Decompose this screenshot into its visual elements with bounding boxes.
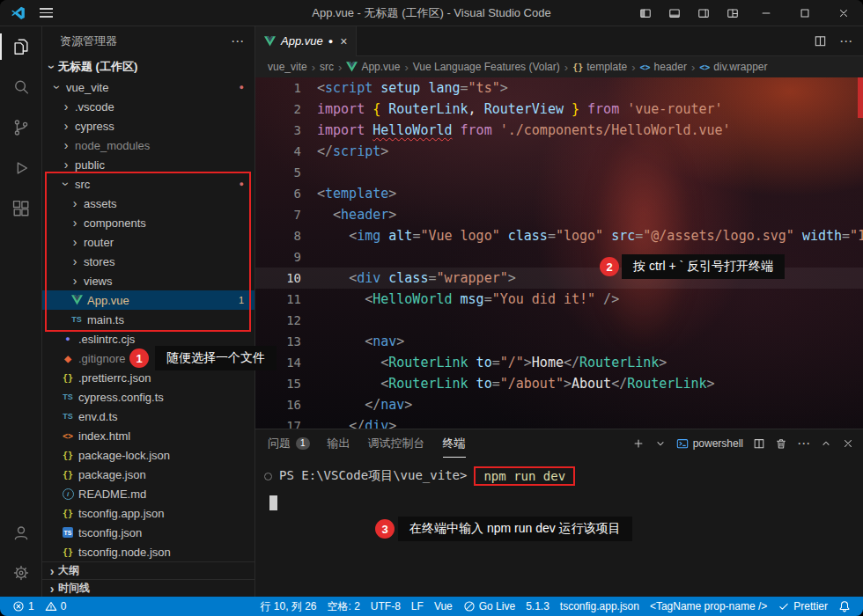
status-10-26[interactable]: 行 10, 列 26 [254, 599, 321, 614]
more-actions-icon[interactable]: ⋯ [231, 33, 244, 49]
tree-item-prettierrc-json[interactable]: {}.prettierrc.json [42, 368, 254, 387]
code-line-12[interactable]: 12 [255, 310, 863, 331]
chevron-down-button[interactable] [654, 437, 667, 450]
status-2[interactable]: 空格: 2 [322, 599, 365, 614]
tree-item-components[interactable]: ›components [42, 213, 254, 232]
breadcrumb-item-src[interactable]: src [320, 61, 334, 73]
code-line-11[interactable]: 11 <HelloWorld msg="You did it!" /> [255, 289, 863, 310]
code-line-13[interactable]: 13 <nav> [255, 331, 863, 352]
code-line-6[interactable]: 6<template> [255, 183, 863, 204]
code-editor[interactable]: 1<script setup lang="ts">2import { Route… [255, 77, 863, 429]
tree-item-cypress-config-ts[interactable]: TScypress.config.ts [42, 387, 254, 407]
tree-item-vue-vite[interactable]: ›vue_vite● [42, 77, 254, 97]
tree-item-public[interactable]: ›public [42, 155, 254, 174]
activity-account[interactable] [0, 512, 41, 553]
code-line-1[interactable]: 1<script setup lang="ts"> [255, 77, 863, 99]
close-tab-icon[interactable]: × [340, 34, 347, 48]
tree-item-env-d-ts[interactable]: TSenv.d.ts [42, 407, 254, 426]
activity-run-debug[interactable] [0, 148, 41, 188]
tree-item-app-vue[interactable]: App.vue1 [42, 290, 254, 310]
code-line-2[interactable]: 2import { RouterLink, RouterView } from … [255, 99, 863, 120]
status-utf-8[interactable]: UTF-8 [365, 599, 406, 614]
code-line-7[interactable]: 7 <header> [255, 204, 863, 225]
timeline-section[interactable]: › 时间线 [42, 579, 254, 597]
tab-app-vue[interactable]: App.vue ● × [255, 26, 357, 56]
status-vue[interactable]: Vue [429, 599, 458, 614]
status-label: LF [411, 600, 424, 612]
plus-button[interactable] [632, 437, 645, 450]
code-line-5[interactable]: 5 [255, 162, 863, 183]
activity-extensions[interactable] [0, 188, 41, 229]
tree-item-tsconfig-app-json[interactable]: {}tsconfig.app.json [42, 503, 254, 523]
panel-tab-item[interactable]: 输出 [328, 429, 350, 458]
code-line-17[interactable]: 17 </div> [255, 415, 863, 429]
tree-item-main-ts[interactable]: TSmain.ts [42, 310, 254, 329]
status-tsconfig-app-json[interactable]: tsconfig.app.json [555, 599, 645, 614]
breadcrumb-item-template[interactable]: {}template [572, 61, 627, 73]
close-w-button[interactable] [824, 0, 863, 26]
activity-explorer[interactable] [0, 26, 41, 67]
tree-item-label: node_modules [75, 139, 150, 152]
editor-more-actions-icon[interactable]: ⋯ [839, 33, 852, 49]
status-1[interactable]: 1 [7, 600, 40, 612]
status-bell[interactable] [833, 599, 856, 614]
status-5-1-3[interactable]: 5.1.3 [520, 599, 555, 614]
breadcrumb-item-header[interactable]: <>header [640, 61, 687, 73]
tree-item-router[interactable]: ›router [42, 232, 254, 252]
code-line-14[interactable]: 14 <RouterLink to="/">Home</RouterLink> [255, 352, 863, 373]
breadcrumb-item-vue-language-features-volar[interactable]: Vue Language Features (Volar) [413, 61, 560, 73]
minimize-button[interactable] [747, 0, 786, 26]
code-line-8[interactable]: 8 <img alt="Vue logo" class="logo" src="… [255, 225, 863, 246]
layout-right-button[interactable] [689, 0, 718, 26]
breadcrumb-item-div-wrapper[interactable]: <>div.wrapper [699, 61, 767, 73]
layout-sidebar-button[interactable] [631, 0, 660, 26]
outline-section[interactable]: › 大纲 [42, 561, 254, 579]
breadcrumb-label: vue_vite [268, 61, 307, 73]
layout-custom-button[interactable] [718, 0, 747, 26]
code-line-3[interactable]: 3import HelloWorld from './components/He… [255, 120, 863, 141]
tree-item-package-lock-json[interactable]: {}package-lock.json [42, 445, 254, 465]
tree-item-src[interactable]: ›src● [42, 174, 254, 194]
warning-icon [45, 600, 57, 612]
code-line-4[interactable]: 4</script> [255, 141, 863, 162]
panel-tab-item[interactable]: 调试控制台 [368, 429, 425, 458]
panel-tab-item[interactable]: 终端 [443, 429, 466, 458]
activity-search[interactable] [0, 67, 41, 107]
split-button[interactable] [753, 437, 765, 450]
activity-source-control[interactable] [0, 107, 41, 148]
step-2-tooltip: 按 ctrl + ` 反引号打开终端 [622, 254, 785, 279]
status-lf[interactable]: LF [406, 599, 429, 614]
code-line-15[interactable]: 15 <RouterLink to="/about">About</Router… [255, 373, 863, 394]
status-tagname-prop-name[interactable]: <TagName prop-name /> [645, 599, 772, 614]
layout-panel-button[interactable] [660, 0, 689, 26]
tree-item-cypress[interactable]: ›cypress [42, 116, 254, 136]
tree-item-tsconfig-json[interactable]: TStsconfig.json [42, 523, 254, 542]
status-go-live[interactable]: Go Live [458, 599, 520, 614]
tree-item-stores[interactable]: ›stores [42, 252, 254, 271]
tree-item-index-html[interactable]: <>index.html [42, 426, 254, 445]
breadcrumb-item-app-vue[interactable]: App.vue [346, 61, 400, 73]
workspace-row[interactable]: › 无标题 (工作区) [42, 56, 254, 77]
activity-settings[interactable] [0, 553, 41, 593]
tree-item-views[interactable]: ›views [42, 271, 254, 290]
terminal-shell-powershell[interactable]: powershell [676, 437, 743, 450]
tree-item-tsconfig-node-json[interactable]: {}tsconfig.node.json [42, 542, 254, 561]
close-button[interactable] [842, 437, 854, 450]
split-editor-icon[interactable] [814, 34, 827, 48]
tree-item-node-modules[interactable]: ›node_modules [42, 136, 254, 155]
chevron-right-icon: › [69, 197, 81, 209]
maximize-button[interactable] [786, 0, 824, 26]
chevron-up-button[interactable] [820, 437, 832, 450]
status-prettier[interactable]: Prettier [772, 599, 833, 614]
tree-item-package-json[interactable]: {}package.json [42, 465, 254, 484]
tree-item-readme-md[interactable]: iREADME.md [42, 484, 254, 503]
breadcrumb-item-vue-vite[interactable]: vue_vite [268, 61, 307, 73]
kebab-button[interactable]: ⋯ [797, 436, 810, 451]
code-line-16[interactable]: 16 </nav> [255, 394, 863, 415]
tree-item-assets[interactable]: ›assets [42, 194, 254, 213]
menu-icon[interactable] [40, 8, 53, 18]
panel-tab-item[interactable]: 问题1 [268, 429, 310, 458]
status-0[interactable]: 0 [40, 600, 72, 612]
tree-item-vscode[interactable]: ›.vscode [42, 97, 254, 116]
trash-button[interactable] [775, 437, 787, 450]
